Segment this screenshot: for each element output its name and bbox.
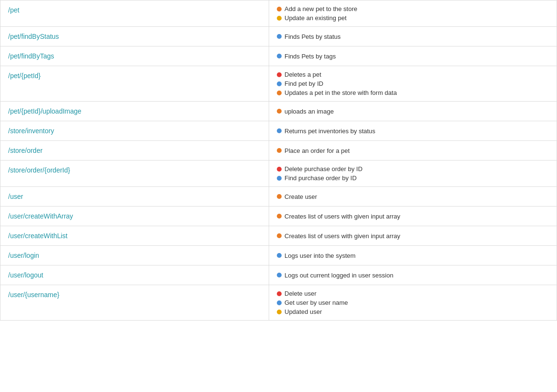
blue-dot-icon <box>277 300 282 305</box>
operation-item: Updates a pet in the store with form dat… <box>277 89 549 96</box>
api-operations-cell: Logs out current logged in user session <box>269 265 557 285</box>
operation-label: Logs out current logged in user session <box>284 272 393 279</box>
operation-item: Returns pet inventories by status <box>277 127 549 135</box>
api-operations-cell: uploads an image <box>269 102 557 121</box>
yellow-dot-icon <box>277 16 282 21</box>
api-path-link[interactable]: /pet/{petId} <box>8 72 41 80</box>
operation-item: Creates list of users with given input a… <box>277 232 549 240</box>
api-path-link[interactable]: /user/createWithList <box>8 232 68 240</box>
table-row: /pet/{petId}Deletes a petFind pet by IDU… <box>0 66 557 102</box>
api-path-link[interactable]: /pet/findByStatus <box>8 33 59 40</box>
operation-item: Update an existing pet <box>277 14 549 22</box>
operation-label: Create user <box>284 193 317 200</box>
operation-label: Returns pet inventories by status <box>284 127 375 135</box>
operation-label: Delete user <box>284 290 316 297</box>
operation-label: Finds Pets by status <box>284 33 341 40</box>
table-row: /pet/findByStatusFinds Pets by status <box>0 27 557 46</box>
operation-item: Deletes a pet <box>277 71 549 78</box>
orange-dot-icon <box>277 148 282 153</box>
api-path-link[interactable]: /pet/{petId}/uploadImage <box>8 107 82 115</box>
operation-label: Place an order for a pet <box>284 147 350 154</box>
operation-label: Add a new pet to the store <box>284 5 357 12</box>
table-row: /store/order/{orderId}Delete purchase or… <box>0 161 557 187</box>
orange-dot-icon <box>277 109 282 114</box>
operation-item: Delete user <box>277 290 549 297</box>
api-operations-cell: Add a new pet to the storeUpdate an exis… <box>269 0 557 26</box>
api-path-cell: /pet/findByTags <box>0 46 269 66</box>
api-path-cell: /store/order/{orderId} <box>0 161 269 186</box>
api-path-link[interactable]: /store/order/{orderId} <box>8 166 70 174</box>
operation-label: Find pet by ID <box>284 80 323 87</box>
orange-dot-icon <box>277 91 282 95</box>
api-path-cell: /pet/{petId}/uploadImage <box>0 102 269 121</box>
api-operations-cell: Create user <box>269 187 557 206</box>
operation-label: Logs user into the system <box>284 252 356 259</box>
api-path-cell: /user <box>0 187 269 206</box>
table-row: /store/orderPlace an order for a pet <box>0 141 557 161</box>
blue-dot-icon <box>277 176 282 181</box>
operation-item: Updated user <box>277 308 549 315</box>
operation-label: Find purchase order by ID <box>284 174 356 182</box>
operation-label: Delete purchase order by ID <box>284 165 363 173</box>
table-row: /pet/{petId}/uploadImageuploads an image <box>0 102 557 121</box>
operation-item: Get user by user name <box>277 299 549 306</box>
api-path-link[interactable]: /user/logout <box>8 271 43 279</box>
api-path-cell: /pet/findByStatus <box>0 27 269 46</box>
operation-item: Finds Pets by tags <box>277 53 549 60</box>
api-operations-cell: Finds Pets by status <box>269 27 557 46</box>
operation-label: Finds Pets by tags <box>284 53 336 60</box>
operation-item: Find purchase order by ID <box>277 174 549 182</box>
operation-label: Deletes a pet <box>284 71 321 78</box>
api-path-cell: /user/{username} <box>0 285 269 320</box>
api-path-cell: /user/createWithList <box>0 226 269 245</box>
table-row: /petAdd a new pet to the storeUpdate an … <box>0 0 557 27</box>
operation-item: Place an order for a pet <box>277 147 549 154</box>
api-path-link[interactable]: /pet <box>8 6 19 14</box>
operation-label: uploads an image <box>284 108 334 115</box>
api-path-link[interactable]: /pet/findByTags <box>8 52 54 60</box>
operation-label: Creates list of users with given input a… <box>284 232 400 240</box>
operation-item: Finds Pets by status <box>277 33 549 40</box>
api-path-cell: /store/inventory <box>0 121 269 140</box>
operation-label: Update an existing pet <box>284 14 346 22</box>
operation-label: Get user by user name <box>284 299 348 306</box>
api-table-container: /petAdd a new pet to the storeUpdate an … <box>0 0 557 321</box>
api-path-cell: /pet <box>0 0 269 26</box>
api-path-link[interactable]: /store/order <box>8 147 43 154</box>
api-path-link[interactable]: /user/login <box>8 252 39 259</box>
api-operations-cell: Returns pet inventories by status <box>269 121 557 140</box>
api-path-cell: /pet/{petId} <box>0 66 269 101</box>
orange-dot-icon <box>277 194 282 199</box>
table-row: /user/loginLogs user into the system <box>0 246 557 265</box>
operation-item: Add a new pet to the store <box>277 5 549 12</box>
table-row: /user/createWithListCreates list of user… <box>0 226 557 246</box>
api-path-link[interactable]: /user/createWithArray <box>8 212 73 220</box>
api-path-link[interactable]: /user/{username} <box>8 291 59 299</box>
operation-label: Updated user <box>284 308 322 315</box>
operation-item: uploads an image <box>277 108 549 115</box>
orange-dot-icon <box>277 214 282 219</box>
table-row: /user/{username}Delete userGet user by u… <box>0 285 557 320</box>
api-operations-cell: Delete userGet user by user nameUpdated … <box>269 285 557 320</box>
table-row: /pet/findByTagsFinds Pets by tags <box>0 46 557 66</box>
blue-dot-icon <box>277 54 282 58</box>
api-path-link[interactable]: /user <box>8 193 23 200</box>
red-dot-icon <box>277 167 282 172</box>
api-path-link[interactable]: /store/inventory <box>8 127 54 135</box>
api-operations-cell: Logs user into the system <box>269 246 557 265</box>
operation-label: Updates a pet in the store with form dat… <box>284 89 397 96</box>
api-path-cell: /user/logout <box>0 265 269 285</box>
yellow-dot-icon <box>277 310 282 314</box>
operation-item: Creates list of users with given input a… <box>277 213 549 220</box>
blue-dot-icon <box>277 128 282 133</box>
blue-dot-icon <box>277 81 282 86</box>
red-dot-icon <box>277 72 282 77</box>
api-path-cell: /store/order <box>0 141 269 160</box>
blue-dot-icon <box>277 273 282 277</box>
table-row: /store/inventoryReturns pet inventories … <box>0 121 557 141</box>
table-row: /userCreate user <box>0 187 557 207</box>
api-operations-cell: Creates list of users with given input a… <box>269 207 557 226</box>
api-table: /petAdd a new pet to the storeUpdate an … <box>0 0 557 321</box>
table-row: /user/createWithArrayCreates list of use… <box>0 207 557 226</box>
blue-dot-icon <box>277 34 282 39</box>
